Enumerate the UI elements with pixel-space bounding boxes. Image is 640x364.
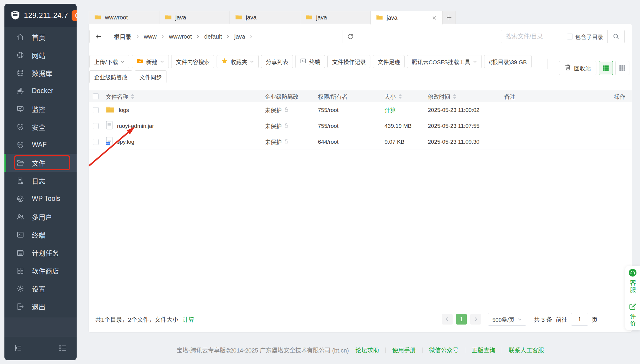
sidebar-item-multiuser[interactable]: 多用户	[4, 208, 77, 226]
sort-icon[interactable]	[453, 94, 456, 99]
breadcrumb-wwwroot[interactable]: wwwroot	[169, 33, 192, 40]
tamper-status[interactable]: 未保护	[265, 106, 318, 114]
table-row-logs[interactable]: logs 未保护 755/root 计算 2025-05-23 11:00:02	[89, 102, 632, 118]
goto-page-input[interactable]	[571, 313, 588, 326]
tamper-status[interactable]: 未保护	[265, 138, 318, 146]
collapse-sidebar-icon[interactable]	[14, 344, 23, 354]
search-input[interactable]	[501, 33, 567, 40]
breadcrumb-java[interactable]: java	[234, 33, 245, 40]
sidebar-header: 129.211.24.7 0	[4, 4, 77, 27]
sidebar-item-website[interactable]: 网站	[4, 46, 77, 64]
folder-icon	[16, 159, 24, 167]
row-checkbox[interactable]	[93, 107, 99, 113]
tab-wwwroot[interactable]: wwwroot	[89, 11, 159, 24]
grid-view-button[interactable]	[615, 61, 629, 75]
sidebar-item-logs[interactable]: 日志	[4, 172, 77, 190]
row-checkbox[interactable]	[93, 139, 99, 145]
header-size[interactable]: 大小	[385, 92, 428, 100]
sidebar-item-docker[interactable]: Docker	[4, 82, 77, 100]
refresh-icon[interactable]	[342, 30, 358, 43]
jar-file-icon	[106, 121, 113, 131]
sidebar-item-security[interactable]: 安全	[4, 118, 77, 136]
file-name-cell[interactable]: ruoyi-admin.jar	[106, 121, 265, 131]
favorites-button[interactable]: 收藏夹	[217, 55, 259, 68]
alert-count-badge[interactable]: 0	[72, 10, 77, 21]
footer-divider	[385, 348, 386, 353]
content-search-button[interactable]: 文件内容搜索	[171, 55, 214, 68]
size-cell[interactable]: 计算	[385, 106, 428, 114]
customer-service-button[interactable]: 客服	[629, 269, 637, 294]
footer-link-forum[interactable]: 论坛求助	[355, 346, 379, 354]
sidebar-item-cron[interactable]: 计划任务	[4, 244, 77, 262]
permission-cell: 755/root	[318, 107, 385, 113]
current-page-button[interactable]: 1	[456, 314, 467, 325]
sidebar-item-database[interactable]: 数据库	[4, 64, 77, 82]
sidebar-item-app-store[interactable]: 软件商店	[4, 262, 77, 279]
sidebar-item-terminal[interactable]: 终端	[4, 226, 77, 244]
copyright-text: 宝塔-腾讯云专享版©2014-2025 广东堡塔安全技术有限公司 (bt.cn)	[177, 346, 349, 354]
footer-link-support[interactable]: 联系人工客服	[509, 346, 544, 354]
unlock-icon	[284, 138, 289, 145]
tamper-proof-button[interactable]: 企业级防篡改	[89, 70, 132, 83]
tamper-status[interactable]: 未保护	[265, 122, 318, 130]
breadcrumb-root[interactable]: 根目录	[114, 32, 131, 41]
sidebar-item-label: 日志	[32, 176, 45, 186]
sort-icon[interactable]	[398, 94, 402, 99]
footer-link-license[interactable]: 正版查询	[472, 346, 495, 354]
tab-java-active[interactable]: java	[370, 11, 443, 24]
header-file-name[interactable]: 文件名称	[106, 92, 265, 100]
file-trace-button[interactable]: 文件足迹	[373, 55, 405, 68]
sidebar-item-settings[interactable]: 设置	[4, 279, 77, 297]
sidebar-item-monitor[interactable]: 监控	[4, 100, 77, 118]
share-list-button[interactable]: 分享列表	[261, 55, 293, 68]
back-arrow-icon[interactable]	[90, 30, 107, 43]
search-icon[interactable]	[607, 30, 624, 43]
include-subdir-checkbox[interactable]	[567, 34, 573, 39]
footer-link-manual[interactable]: 使用手册	[392, 346, 416, 354]
sort-icon[interactable]	[131, 94, 134, 99]
table-row-ruoyi-admin-jar[interactable]: ruoyi-admin.jar 未保护 755/root 439.19 MB 2…	[89, 118, 632, 134]
folder-tab-icon	[94, 14, 101, 21]
wordpress-icon	[16, 195, 24, 203]
file-name-cell[interactable]: LOG spy.log	[106, 137, 265, 147]
sidebar-item-logout[interactable]: 退出	[4, 297, 77, 315]
prev-page-icon[interactable]	[442, 314, 453, 325]
disk-usage-button[interactable]: /(根目录)39 GB	[484, 55, 532, 68]
upload-download-button[interactable]: 上传/下载	[89, 55, 129, 68]
table-row-spy-log[interactable]: LOG spy.log 未保护 644/root 9.07 KB 2025-05…	[89, 134, 632, 150]
list-view-button[interactable]	[599, 61, 613, 75]
sidebar-item-home[interactable]: 首页	[4, 28, 77, 46]
monitor-icon	[16, 105, 24, 113]
file-sync-button[interactable]: 文件同步	[135, 70, 166, 83]
sidebar-item-wp-tools[interactable]: WP Tools	[4, 190, 77, 208]
feedback-button[interactable]: 评价	[629, 303, 637, 327]
file-operation-log-button[interactable]: 文件操作记录	[327, 55, 370, 68]
sidebar-item-files[interactable]: 文件	[4, 154, 77, 172]
add-tab-button[interactable]	[442, 11, 456, 24]
disk-usage-label: /(根目录)39 GB	[489, 58, 527, 66]
footer-link-wechat[interactable]: 微信公众号	[429, 346, 458, 354]
select-all-checkbox[interactable]	[93, 93, 99, 99]
row-checkbox[interactable]	[93, 123, 99, 129]
close-tab-icon[interactable]	[432, 15, 437, 21]
tab-java-2[interactable]: java	[230, 11, 300, 24]
page-size-select[interactable]: 500条/页	[488, 313, 526, 326]
breadcrumb-www[interactable]: www	[144, 33, 156, 40]
terminal-button[interactable]: 终端	[295, 55, 325, 68]
menu-list-icon[interactable]	[58, 344, 67, 354]
header-modified[interactable]: 修改时间	[428, 92, 504, 100]
sidebar-item-label: 设置	[32, 284, 45, 294]
tab-label: wwwroot	[105, 14, 128, 21]
tab-java-1[interactable]: java	[159, 11, 230, 24]
star-icon	[221, 58, 228, 65]
next-page-icon[interactable]	[470, 314, 481, 325]
recycle-bin-button[interactable]: 回收站	[559, 61, 596, 75]
cosfs-tool-button[interactable]: 腾讯云COSFS挂载工具	[407, 55, 481, 68]
calculate-size-link[interactable]: 计算	[182, 315, 194, 324]
sidebar-item-waf[interactable]: WAF WAF	[4, 136, 77, 154]
breadcrumb-default[interactable]: default	[204, 33, 222, 40]
permission-cell: 644/root	[318, 139, 385, 145]
tab-java-3[interactable]: java	[300, 11, 371, 24]
create-new-button[interactable]: 新建	[132, 55, 169, 68]
file-name-cell[interactable]: logs	[106, 105, 265, 115]
